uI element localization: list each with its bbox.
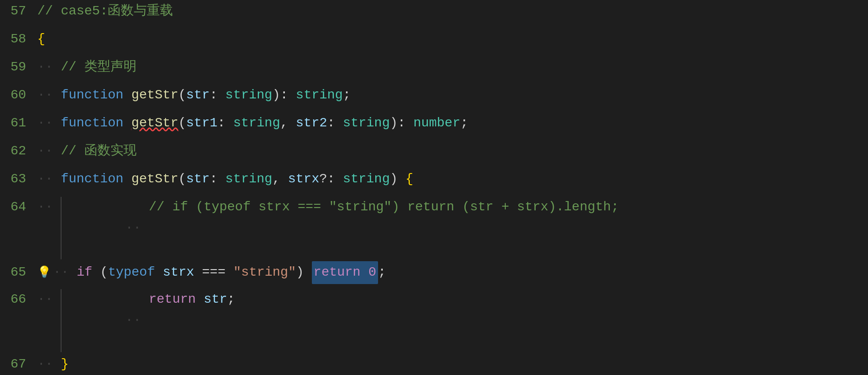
comment-62: // 函数实现 xyxy=(61,141,136,162)
space-65 xyxy=(155,262,163,283)
lightbulb-icon-65[interactable]: 💡 xyxy=(37,264,51,282)
optional-colon-63: ?: xyxy=(319,169,343,190)
type-string1-61: string xyxy=(233,113,280,134)
indent-dots-66: ·· xyxy=(37,289,61,310)
indent-dots-67: ·· xyxy=(37,354,61,375)
indent-dots-64: ·· xyxy=(37,197,61,218)
paren-open-63: ( xyxy=(178,169,186,190)
line-content-63: ·· function getStr ( str : string , strx… xyxy=(37,169,868,190)
colon1-63: : xyxy=(210,169,226,190)
colon-60: : xyxy=(210,85,226,106)
line-content-58: { xyxy=(37,29,868,50)
paren-close-63: ) xyxy=(390,169,406,190)
paren-close-colon-60: ): xyxy=(272,85,296,106)
paren-open-60: ( xyxy=(178,85,186,106)
keyword-function-63: function xyxy=(61,169,123,190)
line-content-67: ·· } xyxy=(37,354,868,375)
param-str2-61: str2 xyxy=(296,113,327,134)
selected-return-65: return 0 xyxy=(312,261,378,284)
line-content-61: ·· function getStr ( str1 : string , str… xyxy=(37,113,868,134)
line-number-63: 63 xyxy=(0,169,37,190)
paren-close-colon-61: ): xyxy=(390,113,413,134)
return-value-66: str xyxy=(204,289,227,310)
code-line-64: 64 ·· ·· // if (typeof strx === "string"… xyxy=(0,196,868,260)
line-number-65: 65 xyxy=(0,262,37,283)
space-61 xyxy=(124,113,131,134)
semicolon-60: ; xyxy=(343,85,351,106)
indent-dots-65: ·· xyxy=(53,262,76,283)
code-line-59: 59 ·· // 类型声明 xyxy=(0,56,868,84)
code-line-67: 67 ·· } xyxy=(0,353,868,375)
line-content-60: ·· function getStr ( str : string ): str… xyxy=(37,85,868,106)
comment-57: // case5:函数与重载 xyxy=(37,1,173,22)
type-string2-61: string xyxy=(343,113,390,134)
keyword-return-66: return xyxy=(149,289,196,310)
indent-bar-64: ·· xyxy=(61,197,149,259)
param-strx-65: strx xyxy=(163,262,194,283)
comment-64: // if (typeof strx === "string") return … xyxy=(149,197,619,218)
brace-open-58: { xyxy=(37,29,45,50)
comment-59: // 类型声明 xyxy=(61,57,136,78)
line-number-66: 66 xyxy=(0,289,37,310)
param-str1-61: str1 xyxy=(186,113,217,134)
type-string-60: string xyxy=(225,85,272,106)
code-line-63: 63 ·· function getStr ( str : string , s… xyxy=(0,168,868,196)
space-60 xyxy=(124,85,131,106)
operator-eq-65: === xyxy=(202,262,225,283)
line-number-58: 58 xyxy=(0,29,37,50)
type-string1-63: string xyxy=(225,169,272,190)
line-content-59: ·· // 类型声明 xyxy=(37,57,868,78)
return-type-60: string xyxy=(296,85,343,106)
keyword-typeof-65: typeof xyxy=(108,262,155,283)
keyword-if-65: if xyxy=(76,262,92,283)
line-number-59: 59 xyxy=(0,57,37,78)
line-content-66: ·· ·· return str ; xyxy=(37,289,868,352)
paren-open-65: ( xyxy=(92,262,108,283)
code-line-65: 65 💡 ·· if ( typeof strx === "string" ) … xyxy=(0,260,868,288)
indent-dots2-66: ·· xyxy=(125,313,149,327)
indent-bar-66: ·· xyxy=(61,289,149,352)
type-string2-63: string xyxy=(343,169,390,190)
param-str-60: str xyxy=(186,85,209,106)
space-66 xyxy=(196,289,204,310)
string-literal-65: "string" xyxy=(234,262,296,283)
param-strx-63: strx xyxy=(288,169,319,190)
code-line-58: 58 { xyxy=(0,28,868,56)
line-content-64: ·· ·· // if (typeof strx === "string") r… xyxy=(37,197,868,259)
fn-name-getstr-60: getStr xyxy=(131,85,179,106)
indent-dots2-64: ·· xyxy=(125,221,149,235)
indent-dots-63: ·· xyxy=(37,169,61,190)
code-line-61: 61 ·· function getStr ( str1 : string , … xyxy=(0,112,868,140)
indent-dots-62: ·· xyxy=(37,141,61,162)
line-number-62: 62 xyxy=(0,141,37,162)
line-content-65: 💡 ·· if ( typeof strx === "string" ) ret… xyxy=(37,261,868,284)
fn-name-getstr-63: getStr xyxy=(131,169,179,190)
line-number-60: 60 xyxy=(0,85,37,106)
space-63 xyxy=(124,169,131,190)
code-line-57: 57 // case5:函数与重载 xyxy=(0,0,868,28)
semicolon-66: ; xyxy=(227,289,235,310)
semicolon-61: ; xyxy=(460,113,468,134)
paren-open-61: ( xyxy=(178,113,186,134)
keyword-function-61: function xyxy=(61,113,123,134)
code-line-60: 60 ·· function getStr ( str : string ): … xyxy=(0,84,868,112)
indent-dots-60: ·· xyxy=(37,85,61,106)
line-content-62: ·· // 函数实现 xyxy=(37,141,868,162)
paren-close-65: ) xyxy=(296,262,312,283)
line-content-57: // case5:函数与重载 xyxy=(37,1,868,22)
line-number-57: 57 xyxy=(0,1,37,22)
line-number-67: 67 xyxy=(0,354,37,375)
space2-65 xyxy=(194,262,202,283)
space3-65 xyxy=(226,262,234,283)
keyword-function-60: function xyxy=(61,85,123,106)
colon1-61: : xyxy=(218,113,234,134)
comma-63: , xyxy=(272,169,288,190)
colon2-61: : xyxy=(327,113,343,134)
brace-close-67: } xyxy=(61,354,69,375)
semicolon-65: ; xyxy=(378,262,386,283)
code-editor: 57 // case5:函数与重载 58 { 59 ·· // 类型声明 60 … xyxy=(0,0,868,375)
indent-dots-61: ·· xyxy=(37,113,61,134)
line-number-64: 64 xyxy=(0,197,37,218)
param-str-63: str xyxy=(186,169,209,190)
comma-61: , xyxy=(280,113,296,134)
